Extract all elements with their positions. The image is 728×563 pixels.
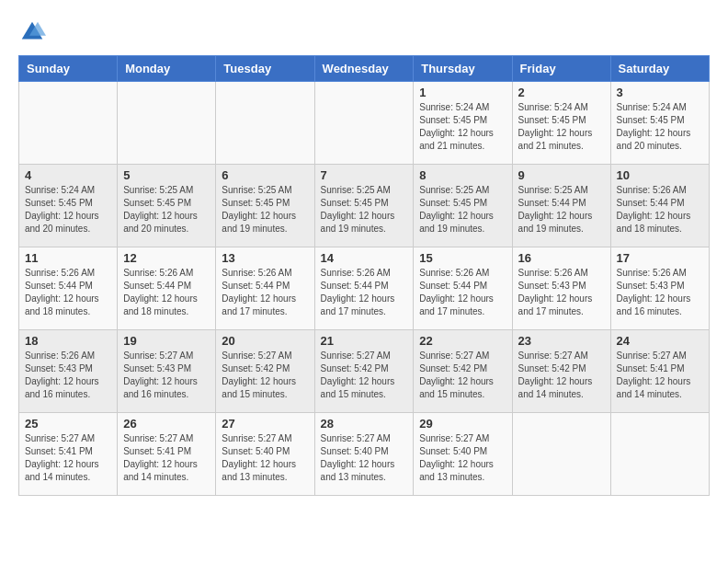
day-number: 28: [321, 417, 408, 431]
day-info: Sunrise: 5:27 AMSunset: 5:41 PMDaylight:…: [617, 350, 703, 401]
calendar-week-3: 11Sunrise: 5:26 AMSunset: 5:44 PMDayligh…: [19, 247, 710, 330]
calendar-cell: 7Sunrise: 5:25 AMSunset: 5:45 PMDaylight…: [314, 165, 414, 247]
calendar-cell: 19Sunrise: 5:27 AMSunset: 5:43 PMDayligh…: [118, 330, 216, 413]
day-info: Sunrise: 5:24 AMSunset: 5:45 PMDaylight:…: [419, 101, 506, 153]
day-number: 12: [123, 251, 210, 265]
day-info: Sunrise: 5:26 AMSunset: 5:44 PMDaylight:…: [419, 267, 506, 318]
calendar-cell: 8Sunrise: 5:25 AMSunset: 5:45 PMDaylight…: [414, 165, 512, 247]
header-monday: Monday: [118, 56, 216, 82]
day-number: 3: [617, 86, 703, 99]
calendar-cell: [314, 82, 414, 165]
calendar-cell: 25Sunrise: 5:27 AMSunset: 5:41 PMDayligh…: [19, 413, 118, 496]
day-number: 13: [222, 251, 308, 265]
day-number: 8: [419, 168, 506, 182]
day-info: Sunrise: 5:26 AMSunset: 5:43 PMDaylight:…: [617, 267, 703, 318]
day-info: Sunrise: 5:26 AMSunset: 5:44 PMDaylight:…: [617, 184, 703, 236]
calendar-cell: 21Sunrise: 5:27 AMSunset: 5:42 PMDayligh…: [314, 330, 414, 413]
day-info: Sunrise: 5:27 AMSunset: 5:41 PMDaylight:…: [123, 432, 210, 484]
day-number: 7: [321, 168, 408, 182]
calendar-table: SundayMondayTuesdayWednesdayThursdayFrid…: [18, 55, 710, 496]
day-number: 5: [123, 168, 210, 182]
calendar-cell: 6Sunrise: 5:25 AMSunset: 5:45 PMDaylight…: [216, 165, 314, 247]
calendar-cell: 5Sunrise: 5:25 AMSunset: 5:45 PMDaylight…: [118, 165, 216, 247]
day-info: Sunrise: 5:27 AMSunset: 5:40 PMDaylight:…: [419, 432, 506, 484]
day-number: 15: [419, 251, 506, 265]
day-info: Sunrise: 5:25 AMSunset: 5:45 PMDaylight:…: [419, 184, 506, 236]
day-number: 25: [25, 417, 111, 431]
calendar-cell: 4Sunrise: 5:24 AMSunset: 5:45 PMDaylight…: [19, 165, 118, 247]
day-info: Sunrise: 5:27 AMSunset: 5:42 PMDaylight:…: [419, 350, 506, 401]
day-number: 9: [518, 168, 605, 182]
day-number: 2: [518, 86, 605, 99]
header-saturday: Saturday: [610, 56, 709, 82]
calendar-cell: 12Sunrise: 5:26 AMSunset: 5:44 PMDayligh…: [118, 247, 216, 330]
day-info: Sunrise: 5:27 AMSunset: 5:40 PMDaylight:…: [222, 432, 308, 484]
day-info: Sunrise: 5:26 AMSunset: 5:44 PMDaylight:…: [222, 267, 308, 318]
day-info: Sunrise: 5:26 AMSunset: 5:44 PMDaylight:…: [25, 267, 111, 318]
day-number: 22: [419, 334, 506, 348]
calendar-week-5: 25Sunrise: 5:27 AMSunset: 5:41 PMDayligh…: [19, 413, 710, 496]
day-number: 14: [321, 251, 408, 265]
calendar-cell: [512, 413, 610, 496]
calendar-cell: 27Sunrise: 5:27 AMSunset: 5:40 PMDayligh…: [216, 413, 314, 496]
calendar-cell: 20Sunrise: 5:27 AMSunset: 5:42 PMDayligh…: [216, 330, 314, 413]
day-info: Sunrise: 5:27 AMSunset: 5:42 PMDaylight:…: [321, 350, 408, 401]
calendar-week-4: 18Sunrise: 5:26 AMSunset: 5:43 PMDayligh…: [19, 330, 710, 413]
calendar-cell: 1Sunrise: 5:24 AMSunset: 5:45 PMDaylight…: [414, 82, 512, 165]
calendar-cell: 29Sunrise: 5:27 AMSunset: 5:40 PMDayligh…: [414, 413, 512, 496]
day-number: 27: [222, 417, 308, 431]
day-number: 1: [419, 86, 506, 99]
calendar-cell: [118, 82, 216, 165]
page-header: [18, 18, 710, 46]
calendar-cell: 22Sunrise: 5:27 AMSunset: 5:42 PMDayligh…: [414, 330, 512, 413]
calendar-cell: 23Sunrise: 5:27 AMSunset: 5:42 PMDayligh…: [512, 330, 610, 413]
day-info: Sunrise: 5:24 AMSunset: 5:45 PMDaylight:…: [25, 184, 111, 236]
day-info: Sunrise: 5:24 AMSunset: 5:45 PMDaylight:…: [518, 101, 605, 153]
calendar-cell: [216, 82, 314, 165]
day-number: 29: [419, 417, 506, 431]
calendar-cell: 16Sunrise: 5:26 AMSunset: 5:43 PMDayligh…: [512, 247, 610, 330]
calendar-cell: 15Sunrise: 5:26 AMSunset: 5:44 PMDayligh…: [414, 247, 512, 330]
day-number: 16: [518, 251, 605, 265]
day-info: Sunrise: 5:26 AMSunset: 5:44 PMDaylight:…: [321, 267, 408, 318]
calendar-cell: [610, 413, 709, 496]
calendar-cell: 26Sunrise: 5:27 AMSunset: 5:41 PMDayligh…: [118, 413, 216, 496]
day-number: 17: [617, 251, 703, 265]
day-number: 23: [518, 334, 605, 348]
calendar-cell: 2Sunrise: 5:24 AMSunset: 5:45 PMDaylight…: [512, 82, 610, 165]
calendar-cell: 9Sunrise: 5:25 AMSunset: 5:44 PMDaylight…: [512, 165, 610, 247]
day-info: Sunrise: 5:26 AMSunset: 5:44 PMDaylight:…: [123, 267, 210, 318]
calendar-week-1: 1Sunrise: 5:24 AMSunset: 5:45 PMDaylight…: [19, 82, 710, 165]
header-friday: Friday: [512, 56, 610, 82]
calendar-cell: 28Sunrise: 5:27 AMSunset: 5:40 PMDayligh…: [314, 413, 414, 496]
day-info: Sunrise: 5:27 AMSunset: 5:42 PMDaylight:…: [222, 350, 308, 401]
day-number: 19: [123, 334, 210, 348]
day-number: 6: [222, 168, 308, 182]
day-info: Sunrise: 5:25 AMSunset: 5:44 PMDaylight:…: [518, 184, 605, 236]
day-info: Sunrise: 5:27 AMSunset: 5:42 PMDaylight:…: [518, 350, 605, 401]
header-thursday: Thursday: [414, 56, 512, 82]
day-info: Sunrise: 5:26 AMSunset: 5:43 PMDaylight:…: [518, 267, 605, 318]
day-info: Sunrise: 5:25 AMSunset: 5:45 PMDaylight:…: [222, 184, 308, 236]
day-number: 21: [321, 334, 408, 348]
day-info: Sunrise: 5:27 AMSunset: 5:41 PMDaylight:…: [25, 432, 111, 484]
day-info: Sunrise: 5:27 AMSunset: 5:43 PMDaylight:…: [123, 350, 210, 401]
day-info: Sunrise: 5:25 AMSunset: 5:45 PMDaylight:…: [123, 184, 210, 236]
calendar-cell: 10Sunrise: 5:26 AMSunset: 5:44 PMDayligh…: [610, 165, 709, 247]
calendar-cell: [19, 82, 118, 165]
calendar-cell: 17Sunrise: 5:26 AMSunset: 5:43 PMDayligh…: [610, 247, 709, 330]
logo: [18, 18, 50, 46]
calendar-week-2: 4Sunrise: 5:24 AMSunset: 5:45 PMDaylight…: [19, 165, 710, 247]
header-tuesday: Tuesday: [216, 56, 314, 82]
day-number: 26: [123, 417, 210, 431]
day-number: 4: [25, 168, 111, 182]
header-sunday: Sunday: [19, 56, 118, 82]
calendar-cell: 14Sunrise: 5:26 AMSunset: 5:44 PMDayligh…: [314, 247, 414, 330]
calendar-cell: 3Sunrise: 5:24 AMSunset: 5:45 PMDaylight…: [610, 82, 709, 165]
header-wednesday: Wednesday: [314, 56, 414, 82]
day-number: 24: [617, 334, 703, 348]
day-number: 11: [25, 251, 111, 265]
day-info: Sunrise: 5:27 AMSunset: 5:40 PMDaylight:…: [321, 432, 408, 484]
calendar-cell: 24Sunrise: 5:27 AMSunset: 5:41 PMDayligh…: [610, 330, 709, 413]
day-number: 20: [222, 334, 308, 348]
